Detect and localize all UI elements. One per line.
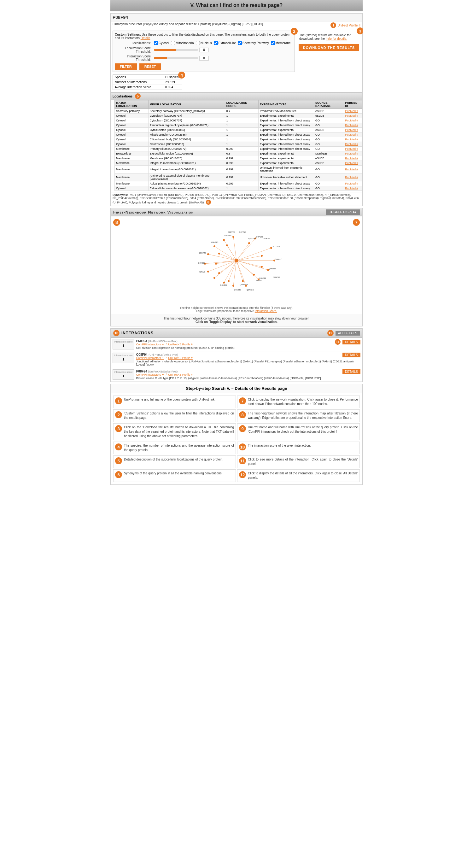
pubmed-link[interactable]: PubMed # (345, 152, 358, 155)
uniprot-profile-link[interactable]: UniProtKB Profile # (168, 356, 193, 360)
interaction-protein-source: (UniProtKB/Swiss-Prot) (148, 370, 178, 373)
custom-settings-desc: Custom Settings: Use these controls to f… (115, 33, 293, 40)
pubmed-link[interactable]: PubMed # (345, 143, 358, 146)
table-row: MembraneApical plasma membrane (GO:00163… (115, 181, 362, 186)
guide-text: Click on the 'Download the results' butt… (124, 425, 234, 438)
help-details-link[interactable]: help for details. (326, 37, 347, 40)
pubmed-link[interactable]: PubMed # (345, 161, 358, 165)
details-button[interactable]: DETAILS (342, 369, 360, 374)
svg-point-41 (261, 255, 263, 257)
int-score-value: 0 (199, 56, 209, 61)
protein-section: P08F94 Fibrocystin precursor (Polycystic… (111, 13, 362, 206)
guide-item-right-8: 8The first-neighbour network shows the i… (237, 409, 360, 422)
guide-num: 6 (115, 471, 122, 478)
int-score-slider-row: 0 (154, 56, 293, 61)
svg-line-10 (205, 260, 236, 264)
comppi-interactors-link[interactable]: ComPPI Interactors ✦ (136, 356, 164, 360)
svg-point-47 (215, 263, 217, 265)
pubmed-link[interactable]: PubMed # (345, 182, 358, 185)
species-label: Species (113, 75, 163, 80)
pubmed-link[interactable]: PubMed # (345, 128, 358, 131)
guide-num: 7 (239, 397, 246, 404)
table-row: MembraneIntegral to membrane (GO:0016021… (115, 161, 362, 165)
score-label: interaction score (114, 370, 133, 374)
pubmed-link[interactable]: PubMed # (345, 138, 358, 141)
pubmed-link[interactable]: PubMed # (345, 114, 358, 117)
pubmed-link[interactable]: PubMed # (345, 187, 358, 190)
comppi-interactors-link[interactable]: ComPPI Interactors ✦ (136, 343, 164, 346)
int-score-slider[interactable] (154, 57, 198, 59)
guide-item-right-7: 7Click to display the network visualizat… (237, 396, 360, 408)
pubmed-link[interactable]: PubMed # (345, 133, 358, 136)
svg-point-38 (223, 239, 225, 241)
score-label: interaction score (114, 340, 133, 343)
checkbox-cytosol[interactable]: Cytosol (154, 41, 169, 45)
svg-point-31 (232, 285, 234, 287)
pubmed-link[interactable]: PubMed # (345, 168, 358, 171)
localizations-table: MAJOR LOCALIZATION MINOR LOCALIZATION LO… (115, 100, 362, 191)
svg-line-3 (236, 260, 268, 270)
score-value: 1 (114, 343, 133, 348)
guide-item-left-3: 3Click on the 'Download the results' but… (113, 423, 236, 440)
uniprot-profile-link[interactable]: UniProt Profile # (338, 24, 360, 27)
checkbox-nucleus[interactable]: Nucleus (196, 41, 212, 45)
comppi-interactors-link[interactable]: ComPPI Interactors ✦ (136, 373, 164, 376)
interaction-protein-id: Q08F94 (136, 353, 148, 356)
details-button[interactable]: DETAILS (342, 352, 360, 358)
int-score-label: Interaction Score Threshold: (115, 55, 153, 62)
guide-item-right-12: 12Click to display the details of all th… (237, 469, 360, 482)
table-row: CytosolCytoskeleton (GO:0005856)1Experim… (115, 128, 362, 132)
filter-button[interactable]: FILTER (115, 63, 137, 70)
uniprot-profile-link[interactable]: UniProtKB Profile # (168, 343, 193, 346)
checkbox-secretory[interactable]: Secretory Pathway (238, 41, 269, 45)
table-row: Secretory-pathwaySecretory pathway (GO:s… (115, 109, 362, 114)
badge-8: 8 (113, 219, 120, 226)
guide-num: 10 (239, 443, 246, 451)
interactions-header: 10 INTERACTIONS 12 ALL DETAILS (111, 329, 362, 338)
interactions-title: INTERACTIONS (121, 331, 154, 335)
svg-text:Q9Y1570: Q9Y1570 (272, 245, 280, 247)
svg-line-1 (236, 248, 271, 260)
interaction-item: interaction score 1 P08F94 (UniProtKB/Sw… (111, 368, 362, 382)
pubmed-link[interactable]: PubMed # (345, 124, 358, 127)
download-button[interactable]: DOWNLOAD THE RESULTS (298, 44, 359, 51)
loc-score-slider[interactable] (154, 49, 198, 51)
table-row: MembraneMembrane (GO:0016020)0.999Experi… (115, 156, 362, 161)
guide-text: UniProt name and full name with UniProt … (248, 425, 358, 434)
checkbox-mitochondria[interactable]: Mitochondria (171, 41, 194, 45)
guide-text: Synonyms of the query protein in all the… (124, 471, 222, 476)
guide-num: 4 (115, 443, 122, 451)
svg-line-7 (224, 260, 236, 283)
pubmed-link[interactable]: PubMed # (345, 176, 358, 179)
svg-point-46 (218, 272, 220, 274)
score-value: 1 (114, 357, 133, 362)
toggle-display-button[interactable]: TOGGLE DISPLAY (326, 210, 360, 215)
localizations-header: Localizations: (113, 95, 134, 98)
checkbox-extracellular[interactable]: Extracellular (214, 41, 236, 45)
badge-6: 6 (206, 200, 211, 205)
interaction-item: interaction score 1 P60953 (UniProtKB/Sw… (111, 338, 362, 351)
pubmed-link[interactable]: PubMed # (345, 147, 358, 150)
network-warning: This first-neighbour network contains 30… (111, 314, 362, 326)
protein-description: Fibrocystin precursor (Polycystic kidney… (111, 22, 362, 29)
interaction-score-link[interactable]: Interaction Score. (255, 309, 277, 313)
pubmed-link[interactable]: PubMed # (345, 110, 358, 113)
all-details-button[interactable]: ALL DETAILS (336, 331, 360, 336)
details-button[interactable]: DETAILS (342, 340, 360, 344)
protein-id: P08F94 (111, 13, 362, 22)
loc-score-value: 0 (199, 48, 209, 52)
uniprot-profile-link[interactable]: UniProtKB Profile # (168, 373, 193, 376)
svg-text:Q04417: Q04417 (275, 258, 282, 260)
avg-score-value: 0.994 (163, 85, 182, 90)
svg-point-45 (228, 280, 229, 282)
table-row: CytosolMitotic spindle (GO:0072686)1Expe… (115, 132, 362, 137)
pubmed-link[interactable]: PubMed # (345, 157, 358, 160)
col-experiment-type: EXPERIMENT TYPE (259, 100, 314, 109)
pubmed-link[interactable]: PubMed # (345, 119, 358, 122)
custom-settings-details-link[interactable]: Details (140, 36, 150, 40)
reset-button[interactable]: RESET (139, 63, 161, 70)
guide-num: 3 (115, 425, 122, 432)
checkbox-membrane[interactable]: Membrane (271, 41, 291, 45)
interaction-protein-links: ComPPI Interactors ✦ / UniProtKB Profile… (136, 356, 193, 360)
svg-point-42 (261, 266, 263, 268)
